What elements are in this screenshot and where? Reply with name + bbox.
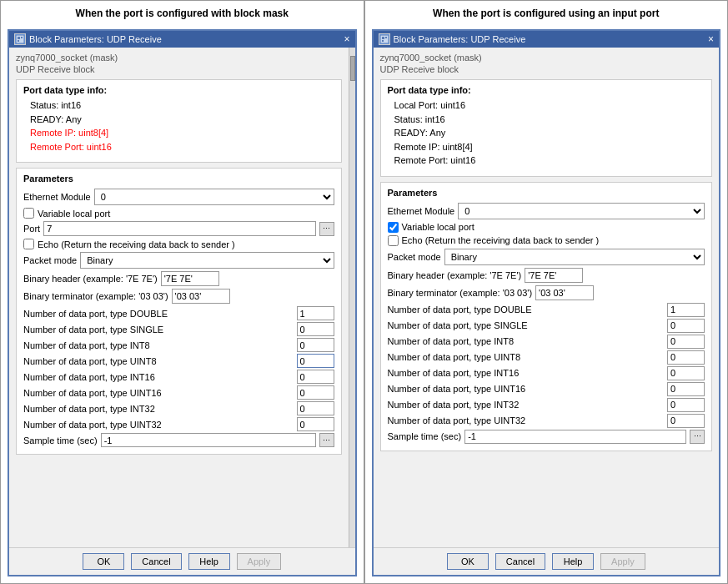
left-param-input-4[interactable] xyxy=(297,370,334,384)
right-port-type-title: Port data type info: xyxy=(388,85,705,95)
left-binary-header-input[interactable] xyxy=(161,271,219,286)
left-dialog-title: Block Parameters: UDP Receive xyxy=(29,34,162,44)
right-binary-header-row: Binary header (example: '7E 7E') xyxy=(388,268,705,283)
right-param-input-1[interactable] xyxy=(667,319,705,333)
left-ethernet-row: Ethernet Module 0 xyxy=(23,189,334,205)
left-panel-title: When the port is configured with block m… xyxy=(8,8,357,23)
left-apply-button[interactable]: Apply xyxy=(237,553,282,570)
left-echo-checkbox[interactable] xyxy=(23,239,34,249)
right-binary-terminator-input[interactable] xyxy=(535,285,594,300)
right-echo-label: Echo (Return the receiving data back to … xyxy=(402,235,600,245)
left-help-button[interactable]: Help xyxy=(188,553,230,570)
right-packet-mode-row: Packet mode Binary xyxy=(388,249,705,265)
left-dialog-footer: OK Cancel Help Apply xyxy=(9,547,355,575)
right-param-input-3[interactable] xyxy=(667,350,705,365)
left-scrollbar-thumb[interactable] xyxy=(350,56,355,81)
left-param-label-2: Number of data port, type INT8 xyxy=(23,340,294,350)
left-binary-header-label: Binary header (example: '7E 7E') xyxy=(23,274,158,284)
right-ethernet-row: Ethernet Module 0 xyxy=(388,203,705,219)
svg-rect-6 xyxy=(385,37,387,38)
left-port-row: Port ⋯ xyxy=(23,221,334,236)
right-param-input-0[interactable] xyxy=(667,303,705,317)
right-cancel-button[interactable]: Cancel xyxy=(495,553,545,570)
right-port-info: Local Port: uint16 Status: int16 READY: … xyxy=(394,98,705,168)
right-param-row-1: Number of data port, type SINGLE xyxy=(388,319,705,333)
right-ok-button[interactable]: OK xyxy=(447,553,489,570)
right-param-row-3: Number of data port, type UINT8 xyxy=(388,350,705,365)
right-param-input-5[interactable] xyxy=(667,382,705,396)
right-param-input-4[interactable] xyxy=(667,366,705,380)
left-ethernet-select[interactable]: 0 xyxy=(94,189,334,205)
left-param-input-1[interactable] xyxy=(297,322,334,336)
right-param-label-3: Number of data port, type UINT8 xyxy=(388,352,665,362)
left-ok-button[interactable]: OK xyxy=(83,553,124,570)
right-port-info-3: READY: Any xyxy=(394,126,705,140)
right-param-label-1: Number of data port, type SINGLE xyxy=(388,320,665,330)
left-sample-label: Sample time (sec) xyxy=(23,435,98,446)
left-binary-terminator-input[interactable] xyxy=(172,289,230,304)
right-param-label-6: Number of data port, type INT32 xyxy=(388,400,665,410)
right-param-row-0: Number of data port, type DOUBLE xyxy=(388,303,705,317)
left-port-dots-button[interactable]: ⋯ xyxy=(319,222,334,236)
left-param-row-6: Number of data port, type INT32 xyxy=(23,401,334,415)
right-content-scroll: zynq7000_socket (mask) UDP Receive block… xyxy=(374,48,720,547)
left-param-input-0[interactable] xyxy=(297,306,334,320)
left-echo-label: Echo (Return the receiving data back to … xyxy=(38,239,235,249)
left-param-input-5[interactable] xyxy=(297,385,334,400)
left-port-info-1: Status: int16 xyxy=(30,98,334,113)
left-sample-row: Sample time (sec) ⋯ xyxy=(23,433,334,447)
left-titlebar-left: Block Parameters: UDP Receive xyxy=(14,33,162,45)
right-binary-header-input[interactable] xyxy=(525,268,583,283)
right-param-label-0: Number of data port, type DOUBLE xyxy=(388,305,665,315)
right-ethernet-select[interactable]: 0 xyxy=(458,203,705,219)
left-param-label-6: Number of data port, type INT32 xyxy=(23,404,294,414)
left-binary-terminator-label: Binary terminator (example: '03 03') xyxy=(23,291,168,301)
left-subtitle1: zynq7000_socket (mask) xyxy=(16,53,342,63)
left-packet-mode-row: Packet mode Binary xyxy=(23,252,334,269)
right-dialog-footer: OK Cancel Help Apply xyxy=(374,547,720,575)
left-binary-header-row: Binary header (example: '7E 7E') xyxy=(23,271,334,286)
left-dialog: Block Parameters: UDP Receive × zynq7000… xyxy=(8,29,357,576)
right-dialog-titlebar: Block Parameters: UDP Receive × xyxy=(374,31,720,48)
left-param-label-0: Number of data port, type DOUBLE xyxy=(23,309,294,319)
svg-rect-1 xyxy=(18,37,20,39)
right-sample-label: Sample time (sec) xyxy=(388,431,462,441)
right-variable-port-checkbox[interactable] xyxy=(388,222,399,233)
right-param-input-7[interactable] xyxy=(667,414,705,428)
left-param-row-2: Number of data port, type INT8 xyxy=(23,338,334,352)
left-param-label-5: Number of data port, type UINT16 xyxy=(23,388,294,398)
right-sample-input[interactable] xyxy=(464,430,686,444)
left-param-row-1: Number of data port, type SINGLE xyxy=(23,322,334,336)
left-sample-input[interactable] xyxy=(101,433,316,447)
right-panel-title: When the port is configured using an inp… xyxy=(372,8,721,23)
right-echo-row: Echo (Return the receiving data back to … xyxy=(388,235,705,246)
left-scrollbar[interactable] xyxy=(349,48,355,547)
left-sample-dots-button[interactable]: ⋯ xyxy=(319,433,334,447)
right-subtitle2: UDP Receive block xyxy=(380,64,713,74)
left-param-label-4: Number of data port, type INT16 xyxy=(23,372,294,382)
left-param-input-6[interactable] xyxy=(297,401,334,415)
right-param-label-2: Number of data port, type INT8 xyxy=(388,336,665,346)
right-help-button[interactable]: Help xyxy=(552,553,594,570)
right-param-input-2[interactable] xyxy=(667,335,705,349)
svg-rect-3 xyxy=(18,40,19,42)
right-apply-button[interactable]: Apply xyxy=(600,553,645,570)
left-param-input-2[interactable] xyxy=(297,338,334,352)
left-port-input[interactable] xyxy=(43,221,315,236)
right-param-input-6[interactable] xyxy=(667,398,705,412)
left-cancel-button[interactable]: Cancel xyxy=(131,553,181,570)
right-echo-checkbox[interactable] xyxy=(388,235,399,246)
right-param-row-7: Number of data port, type UINT32 xyxy=(388,414,705,428)
left-variable-port-checkbox[interactable] xyxy=(23,208,34,219)
right-port-info-4: Remote IP: uint8[4] xyxy=(394,140,705,154)
left-packet-mode-select[interactable]: Binary xyxy=(80,252,334,269)
svg-rect-2 xyxy=(21,37,23,38)
left-param-input-7[interactable] xyxy=(297,417,334,431)
left-close-button[interactable]: × xyxy=(344,33,349,45)
left-param-input-3[interactable] xyxy=(297,354,334,368)
right-sample-dots-button[interactable]: ⋯ xyxy=(690,430,705,444)
right-close-button[interactable]: × xyxy=(708,33,714,45)
right-packet-mode-select[interactable]: Binary xyxy=(444,249,705,265)
right-port-info-5: Remote Port: uint16 xyxy=(394,154,705,168)
right-port-info-1: Local Port: uint16 xyxy=(394,98,705,113)
